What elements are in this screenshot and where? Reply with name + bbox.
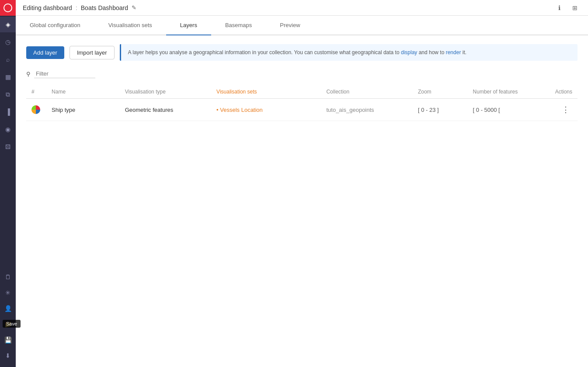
content-area: Add layer Import layer A layer helps you… [16,35,588,367]
row-features: [ 0 - 5000 [ [468,99,541,121]
table-header-row: # Name Visualisation type Visualisation … [26,85,578,99]
topbar-actions: ℹ ⊞ [553,2,581,14]
topbar: Editing dashboard : Boats Dashboard ✎ ℹ … [16,0,588,16]
row-vis-type: Geometric features [120,99,211,121]
render-highlight: render [446,49,461,55]
table-row: Ship type Geometric features • Vessels L… [26,99,578,121]
sidebar-item-clock[interactable]: ◷ [0,34,16,50]
info-button[interactable]: ℹ [553,2,565,14]
filter-input[interactable] [34,69,95,78]
users-icon: 👤 [4,305,12,312]
col-header-actions: Actions [541,85,578,99]
layers-icon: ⧉ [6,91,10,98]
row-actions-menu-button[interactable]: ⋮ [559,104,572,115]
tab-basemaps[interactable]: Basemaps [211,16,266,35]
col-header-hash: # [26,85,46,99]
row-actions: ⋮ [541,99,578,121]
logo-icon [3,3,12,12]
sidebar-item-search[interactable]: ⌕ [0,52,16,67]
col-header-zoom: Zoom [413,85,468,99]
tabs-bar: Global configuration Visualisation sets … [16,16,588,35]
sidebar-item-download[interactable]: ⬇ [0,348,16,364]
document-icon: 🗒 [5,274,11,280]
sidebar-item-layers[interactable]: ⧉ [0,87,16,102]
tab-preview[interactable]: Preview [266,16,314,35]
col-header-vis-sets: Visualisation sets [211,85,321,99]
layer-color-icon [31,105,40,114]
sidebar-item-puzzle[interactable]: ✳ [0,285,16,301]
info-icon: ℹ [558,4,560,11]
sidebar: ◈ ◷ ⌕ ▦ ⧉ ▐ ◉ ⚄ 🗒 ✳ 👤 📁 💾 Save [0,0,16,367]
home-icon: ◈ [6,21,10,28]
pin-icon: ◉ [5,126,10,133]
row-collection: tuto_ais_geopoints [321,99,412,121]
tab-visualisation-sets[interactable]: Visualisation sets [94,16,166,35]
search-icon: ⌕ [6,56,10,63]
action-row: Add layer Import layer A layer helps you… [26,44,578,61]
grid-button[interactable]: ⊞ [569,2,581,14]
edit-icon[interactable]: ✎ [132,4,136,11]
display-highlight: display [401,49,417,55]
sidebar-item-home[interactable]: ◈ [0,17,16,32]
puzzle-icon: ✳ [5,289,10,296]
folder-icon: 📁 [4,321,12,328]
row-index [26,99,46,121]
sidebar-item-bar[interactable]: ▐ [0,104,16,120]
download-icon: ⬇ [5,352,10,359]
sidebar-item-document[interactable]: 🗒 [0,269,16,285]
chart-icon: ▦ [5,73,11,80]
sidebar-item-users[interactable]: 👤 [0,301,16,316]
sidebar-item-pin[interactable]: ◉ [0,121,16,137]
col-header-features: Number of features [468,85,541,99]
editing-label: Editing dashboard [23,4,72,11]
col-header-vis-type: Visualisation type [120,85,211,99]
row-vis-sets: • Vessels Location [211,99,321,121]
sidebar-logo[interactable] [0,0,16,16]
sidebar-bottom: 🗒 ✳ 👤 📁 💾 Save ⬇ [0,269,16,367]
filter-icon: ⚲ [26,71,31,77]
sidebar-item-group[interactable]: ⚄ [0,139,16,155]
row-zoom: [ 0 - 23 ] [413,99,468,121]
add-layer-button[interactable]: Add layer [26,46,64,59]
grid-icon: ⊞ [572,4,578,11]
topbar-title: Editing dashboard : Boats Dashboard ✎ [23,4,136,11]
save-icon: 💾 [4,336,12,343]
tab-global-config[interactable]: Global configuration [16,16,94,35]
clock-icon: ◷ [5,38,10,45]
import-layer-button[interactable]: Import layer [70,46,115,59]
bar-icon: ▐ [6,108,10,115]
main-content: Editing dashboard : Boats Dashboard ✎ ℹ … [16,0,588,367]
sidebar-item-save[interactable]: 💾 Save [0,332,16,348]
layers-table: # Name Visualisation type Visualisation … [26,85,578,121]
group-icon: ⚄ [5,143,10,150]
tab-layers[interactable]: Layers [166,16,211,35]
title-separator: : [76,4,77,11]
row-name: Ship type [46,99,120,121]
filter-row: ⚲ [26,69,578,78]
col-header-collection: Collection [321,85,412,99]
info-box: A layer helps you analyse a geographical… [120,44,578,61]
col-header-name: Name [46,85,120,99]
sidebar-item-chart[interactable]: ▦ [0,69,16,85]
sidebar-item-folder[interactable]: 📁 [0,316,16,332]
dashboard-name: Boats Dashboard [81,4,128,11]
